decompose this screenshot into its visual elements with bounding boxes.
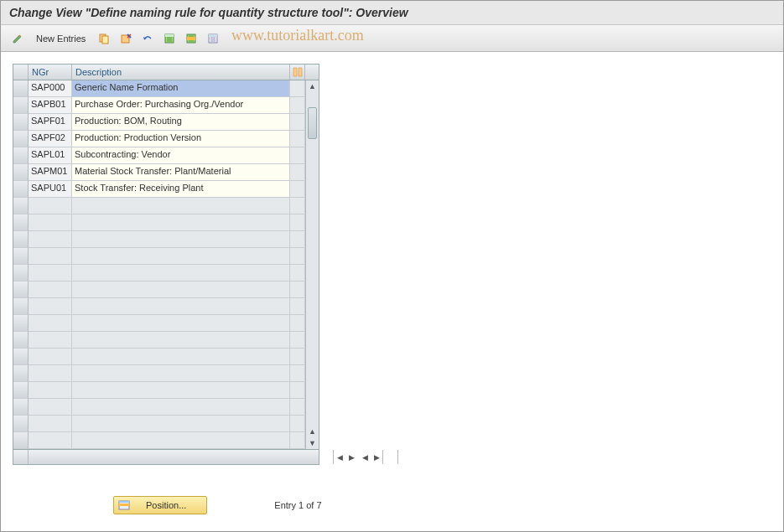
scroll-right-step-icon[interactable]: ▶	[345, 452, 357, 463]
table-body: SAP000Generic Name FormationSAPB01Purcha…	[13, 80, 305, 449]
cell-description[interactable]	[72, 315, 290, 332]
table-configure-icon[interactable]	[290, 65, 305, 80]
row-selector-header[interactable]	[13, 65, 29, 80]
table-row[interactable]: SAPM01Material Stock Transfer: Plant/Mat…	[13, 164, 305, 181]
row-selector[interactable]	[13, 332, 29, 349]
table-row[interactable]: SAPF02Production: Production Version	[13, 131, 305, 147]
cell-description[interactable]	[72, 416, 290, 432]
entry-count-text: Entry 1 of 7	[274, 500, 321, 510]
cell-description[interactable]	[72, 281, 290, 298]
table-row-empty[interactable]	[13, 198, 305, 214]
select-block-icon[interactable]	[183, 30, 200, 47]
new-entries-button[interactable]: New Entries	[31, 32, 91, 45]
svg-rect-6	[187, 37, 195, 40]
cell-spacer	[290, 416, 305, 432]
vertical-scrollbar[interactable]: ▲ ▲ ▼	[305, 80, 319, 449]
table-row-empty[interactable]	[13, 416, 305, 432]
row-selector[interactable]	[13, 416, 29, 432]
cell-description[interactable]	[72, 382, 290, 399]
scroll-down-arrow-icon[interactable]: ▼	[306, 437, 319, 449]
copy-as-icon[interactable]	[96, 30, 112, 47]
cell-description[interactable]	[72, 198, 290, 214]
row-selector[interactable]	[13, 281, 29, 298]
deselect-all-icon[interactable]	[205, 30, 221, 47]
table-row-empty[interactable]	[13, 281, 305, 298]
row-selector[interactable]	[13, 432, 29, 449]
cell-description[interactable]: Material Stock Transfer: Plant/Material	[72, 164, 290, 181]
undo-change-icon[interactable]	[139, 30, 156, 47]
cell-description[interactable]	[72, 349, 290, 365]
row-selector[interactable]	[13, 147, 29, 164]
cell-spacer	[290, 248, 305, 265]
cell-description[interactable]	[72, 214, 290, 231]
row-selector[interactable]	[13, 399, 29, 416]
table-row-empty[interactable]	[13, 248, 305, 265]
cell-spacer	[290, 298, 305, 315]
table-row-empty[interactable]	[13, 265, 305, 281]
scroll-right-arrow-icon[interactable]: ▶	[371, 452, 382, 463]
cell-description[interactable]: Production: BOM, Routing	[72, 114, 290, 131]
table-row-empty[interactable]	[13, 298, 305, 315]
select-all-icon[interactable]	[161, 30, 178, 47]
position-button[interactable]: Position...	[113, 496, 207, 514]
row-selector[interactable]	[13, 198, 29, 214]
display-change-toggle-icon[interactable]	[9, 30, 26, 47]
delete-icon[interactable]	[117, 30, 134, 47]
row-selector[interactable]	[13, 265, 29, 281]
row-selector[interactable]	[13, 248, 29, 265]
row-selector[interactable]	[13, 80, 29, 97]
table-row[interactable]: SAP000Generic Name Formation	[13, 80, 305, 97]
table-row-empty[interactable]	[13, 382, 305, 399]
table-row-empty[interactable]	[13, 231, 305, 248]
row-selector[interactable]	[13, 315, 29, 332]
column-header-ngr[interactable]: NGr	[29, 65, 72, 80]
scroll-left-arrow-icon[interactable]: ◀	[334, 452, 345, 463]
cell-description[interactable]	[72, 248, 290, 265]
table-row-empty[interactable]	[13, 315, 305, 332]
cell-description[interactable]: Subcontracting: Vendor	[72, 147, 290, 164]
row-selector[interactable]	[13, 231, 29, 248]
row-selector[interactable]	[13, 365, 29, 382]
cell-description[interactable]	[72, 432, 290, 449]
table-row-empty[interactable]	[13, 214, 305, 231]
scroll-left-step-icon[interactable]: ◀	[359, 452, 371, 463]
cell-description[interactable]: Purchase Order: Purchasing Org./Vendor	[72, 97, 290, 114]
table-row[interactable]: SAPL01Subcontracting: Vendor	[13, 147, 305, 164]
cell-description[interactable]: Generic Name Formation	[72, 80, 290, 97]
content-area: NGr Description SAP000Generic Name Forma…	[1, 52, 783, 526]
row-selector[interactable]	[13, 114, 29, 131]
table-row-empty[interactable]	[13, 432, 305, 449]
cell-description[interactable]	[72, 399, 290, 416]
scroll-thumb-vertical[interactable]	[308, 107, 317, 139]
cell-description[interactable]	[72, 298, 290, 315]
cell-ngr: SAPF01	[29, 114, 72, 131]
column-header-description[interactable]: Description	[72, 65, 290, 80]
row-selector[interactable]	[13, 382, 29, 399]
row-selector[interactable]	[13, 131, 29, 147]
cell-description[interactable]: Production: Production Version	[72, 131, 290, 147]
row-selector[interactable]	[13, 349, 29, 365]
scroll-track-vertical[interactable]	[306, 92, 319, 426]
cell-description[interactable]	[72, 332, 290, 349]
table-row-empty[interactable]	[13, 349, 305, 365]
cell-ngr: SAPU01	[29, 181, 72, 198]
row-selector[interactable]	[13, 181, 29, 198]
table-row-empty[interactable]	[13, 399, 305, 416]
cell-description[interactable]	[72, 265, 290, 281]
horizontal-scrollbar[interactable]: ◀ ▶ ◀ ▶	[334, 450, 383, 464]
cell-description[interactable]	[72, 231, 290, 248]
table-row[interactable]: SAPB01Purchase Order: Purchasing Org./Ve…	[13, 97, 305, 114]
table-row-empty[interactable]	[13, 365, 305, 382]
table-row[interactable]: SAPF01Production: BOM, Routing	[13, 114, 305, 131]
position-button-label: Position...	[146, 500, 186, 510]
table-row-empty[interactable]	[13, 332, 305, 349]
row-selector[interactable]	[13, 164, 29, 181]
table-row[interactable]: SAPU01Stock Transfer: Receiving Plant	[13, 181, 305, 198]
row-selector[interactable]	[13, 214, 29, 231]
row-selector[interactable]	[13, 298, 29, 315]
row-selector[interactable]	[13, 97, 29, 114]
scroll-up-arrow-icon[interactable]: ▲	[306, 80, 319, 92]
scroll-page-up-icon[interactable]: ▲	[306, 426, 319, 437]
cell-description[interactable]: Stock Transfer: Receiving Plant	[72, 181, 290, 198]
cell-description[interactable]	[72, 365, 290, 382]
